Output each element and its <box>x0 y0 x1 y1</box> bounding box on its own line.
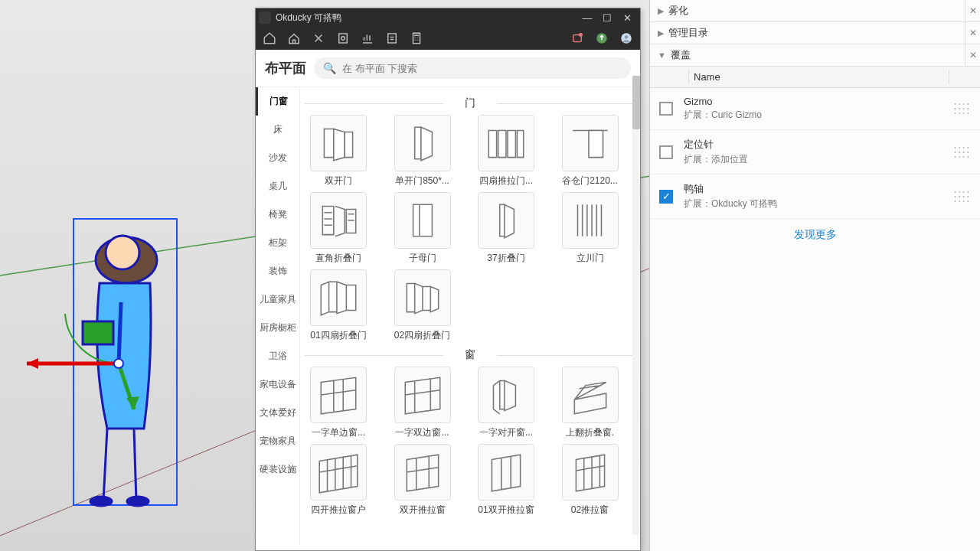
drag-handle-icon[interactable]: ∷∷∷∷ <box>954 148 971 157</box>
category-4[interactable]: 椅凳 <box>256 201 299 229</box>
scrollbar-thumb[interactable] <box>632 76 640 129</box>
library-tile[interactable]: 一字对开窗... <box>472 367 540 439</box>
calculator-icon[interactable] <box>407 29 426 47</box>
tile-thumbnail <box>562 115 619 171</box>
tile-label: 37折叠门 <box>487 252 524 265</box>
tile-label: 双开门 <box>325 174 352 187</box>
okducky-logo-icon <box>259 11 271 24</box>
chart-icon[interactable] <box>358 29 377 47</box>
category-2[interactable]: 沙发 <box>256 144 299 172</box>
category-0[interactable]: 门窗 <box>256 87 299 116</box>
group-label: 覆盖 <box>671 48 691 62</box>
user-icon[interactable] <box>617 29 635 47</box>
chevron-right-icon: ▶ <box>658 28 664 38</box>
group-label: 雾化 <box>668 4 688 18</box>
panel-group-fog[interactable]: ▶ 雾化 ✕ <box>650 0 980 22</box>
svg-point-4 <box>106 236 139 269</box>
tile-thumbnail <box>310 192 367 249</box>
category-13[interactable]: 硬装设施 <box>256 455 299 484</box>
close-icon[interactable]: ✕ <box>965 44 980 66</box>
tile-thumbnail <box>478 115 534 171</box>
close-icon[interactable]: ✕ <box>965 0 980 21</box>
library-tile[interactable]: 立川门 <box>557 192 624 265</box>
scrollbar[interactable] <box>632 76 640 535</box>
library-tile[interactable]: 双开门 <box>305 115 372 187</box>
page-title: 布平面 <box>265 59 306 77</box>
panel-group-manage[interactable]: ▶ 管理目录 ✕ <box>650 22 980 44</box>
category-7[interactable]: 儿童家具 <box>256 285 299 314</box>
library-tile[interactable]: 02四扇折叠门 <box>389 269 456 342</box>
tile-thumbnail <box>394 192 451 249</box>
discover-more-link[interactable]: 发现更多 <box>650 219 980 251</box>
tile-thumbnail <box>310 367 367 423</box>
tile-thumbnail <box>562 192 619 249</box>
category-5[interactable]: 柜架 <box>256 229 299 257</box>
library-tile[interactable]: 一字单边窗... <box>305 367 372 439</box>
checkbox[interactable]: ✓ <box>659 190 673 204</box>
tile-thumbnail <box>310 444 367 500</box>
extension-name: 鸭轴 <box>684 182 943 196</box>
library-tile[interactable]: 37折叠门 <box>472 192 540 265</box>
home-icon[interactable] <box>260 29 279 47</box>
category-9[interactable]: 卫浴 <box>256 342 299 370</box>
config-icon[interactable] <box>334 29 352 47</box>
export-icon[interactable] <box>383 29 401 47</box>
tile-label: 子母门 <box>409 252 436 265</box>
library-tile[interactable]: 四扇推拉门... <box>472 115 540 187</box>
category-11[interactable]: 文体爱好 <box>256 399 299 427</box>
window-titlebar[interactable]: Okducky 可搭鸭 — ☐ ✕ <box>256 8 640 27</box>
search-icon: 🔍 <box>323 62 336 74</box>
minimize-button[interactable]: — <box>577 10 597 25</box>
tile-label: 02推拉窗 <box>571 504 609 517</box>
checkbox[interactable] <box>659 145 673 159</box>
category-1[interactable]: 床 <box>256 116 299 144</box>
svg-rect-14 <box>339 34 348 43</box>
checkbox[interactable] <box>659 102 673 116</box>
close-icon[interactable]: ✕ <box>965 22 980 44</box>
library-tile[interactable]: 四开推拉窗户 <box>305 444 372 517</box>
library-tile[interactable]: 一字双边窗... <box>389 367 456 439</box>
category-12[interactable]: 宠物家具 <box>256 427 299 455</box>
library-tile[interactable]: 上翻折叠窗. <box>557 367 624 439</box>
extension-row: 定位针扩展：添加位置∷∷∷∷ <box>650 130 980 174</box>
window-title: Okducky 可搭鸭 <box>276 11 341 24</box>
library-tile[interactable]: 单开门850*... <box>389 115 456 187</box>
drag-handle-icon[interactable]: ∷∷∷∷ <box>954 192 971 201</box>
category-3[interactable]: 桌几 <box>256 172 299 201</box>
close-button[interactable]: ✕ <box>617 10 637 25</box>
category-8[interactable]: 厨房橱柜 <box>256 314 299 342</box>
tools-icon[interactable] <box>309 29 328 47</box>
library-tile[interactable]: 谷仓门2120... <box>557 115 624 187</box>
tile-label: 单开门850*... <box>395 174 449 187</box>
library-content[interactable]: 门双开门单开门850*...四扇推拉门...谷仓门2120...直角折叠门子母门… <box>300 87 640 545</box>
search-input[interactable] <box>342 63 622 74</box>
library-tile[interactable]: 子母门 <box>389 192 456 265</box>
category-6[interactable]: 装饰 <box>256 257 299 285</box>
library-tile[interactable]: 02推拉窗 <box>557 444 624 517</box>
tile-thumbnail <box>394 115 451 171</box>
upload-icon[interactable] <box>593 29 611 47</box>
svg-marker-9 <box>27 358 38 369</box>
tile-thumbnail <box>478 444 534 500</box>
column-name-header: Name <box>688 70 949 84</box>
library-tile[interactable]: 01四扇折叠门 <box>305 269 372 342</box>
house-icon[interactable] <box>285 29 303 47</box>
library-tile[interactable]: 双开推拉窗 <box>389 444 456 517</box>
drag-handle-icon[interactable]: ∷∷∷∷ <box>954 104 971 113</box>
library-tile[interactable]: 直角折叠门 <box>305 192 372 265</box>
tile-thumbnail <box>310 115 367 171</box>
notify-icon[interactable] <box>568 29 586 47</box>
okducky-header: 布平面 🔍 <box>256 50 640 87</box>
tile-label: 一字单边窗... <box>312 426 365 439</box>
panel-group-override[interactable]: ▼ 覆盖 ✕ <box>650 44 980 67</box>
tile-label: 立川门 <box>577 252 604 265</box>
svg-rect-5 <box>83 321 113 344</box>
tile-label: 01双开推拉窗 <box>478 504 534 517</box>
search-box[interactable]: 🔍 <box>314 57 631 79</box>
library-tile[interactable]: 01双开推拉窗 <box>472 444 540 517</box>
category-10[interactable]: 家电设备 <box>256 370 299 399</box>
right-panel: ▶ 雾化 ✕ ▶ 管理目录 ✕ ▼ 覆盖 ✕ Name Gizmo扩展：Curi… <box>649 0 980 551</box>
maximize-button[interactable]: ☐ <box>597 10 617 25</box>
tile-label: 直角折叠门 <box>315 252 361 265</box>
svg-point-19 <box>579 33 583 37</box>
